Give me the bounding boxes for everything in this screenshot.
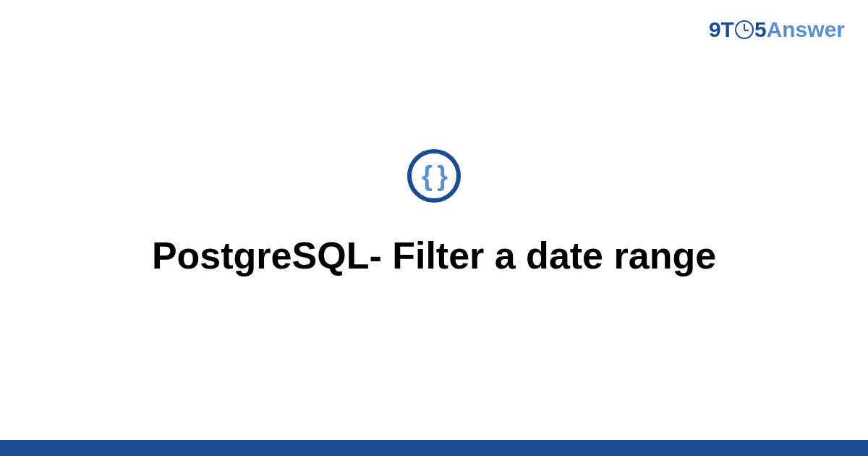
main-content: { } PostgreSQL- Filter a date range <box>0 0 868 456</box>
page-title: PostgreSQL- Filter a date range <box>152 233 716 278</box>
footer-accent-bar <box>0 440 868 456</box>
code-braces-badge-icon: { } <box>407 149 461 203</box>
braces-symbol: { } <box>422 162 446 190</box>
